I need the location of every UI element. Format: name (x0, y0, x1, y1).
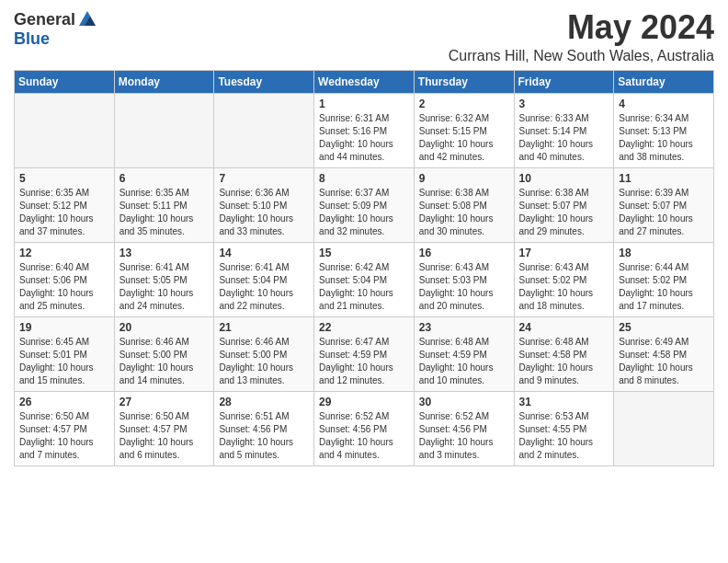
day-number: 3 (519, 98, 609, 110)
day-number: 19 (19, 321, 109, 334)
calendar-cell: 11Sunrise: 6:39 AM Sunset: 5:07 PM Dayli… (614, 167, 714, 242)
day-number: 5 (19, 172, 109, 185)
calendar-cell: 9Sunrise: 6:38 AM Sunset: 5:08 PM Daylig… (414, 167, 514, 242)
calendar-cell: 6Sunrise: 6:35 AM Sunset: 5:11 PM Daylig… (114, 167, 214, 242)
calendar-cell: 10Sunrise: 6:38 AM Sunset: 5:07 PM Dayli… (514, 167, 614, 242)
day-info: Sunrise: 6:40 AM Sunset: 5:06 PM Dayligh… (19, 261, 109, 313)
calendar-cell (614, 391, 714, 465)
day-info: Sunrise: 6:38 AM Sunset: 5:08 PM Dayligh… (419, 187, 509, 238)
col-monday: Monday (114, 70, 214, 93)
day-info: Sunrise: 6:33 AM Sunset: 5:14 PM Dayligh… (519, 112, 609, 164)
day-info: Sunrise: 6:53 AM Sunset: 4:55 PM Dayligh… (519, 410, 609, 462)
day-number: 24 (519, 321, 609, 334)
calendar-row-2: 12Sunrise: 6:40 AM Sunset: 5:06 PM Dayli… (15, 242, 714, 316)
col-thursday: Thursday (414, 70, 514, 93)
calendar-cell: 27Sunrise: 6:50 AM Sunset: 4:57 PM Dayli… (114, 391, 214, 465)
day-number: 12 (19, 247, 109, 259)
logo-icon (77, 9, 97, 29)
day-info: Sunrise: 6:49 AM Sunset: 4:58 PM Dayligh… (619, 336, 709, 387)
day-info: Sunrise: 6:43 AM Sunset: 5:03 PM Dayligh… (419, 261, 509, 313)
day-number: 8 (319, 172, 409, 185)
calendar-table: Sunday Monday Tuesday Wednesday Thursday… (14, 70, 714, 466)
title-block: May 2024 Currans Hill, New South Wales, … (449, 9, 714, 64)
day-number: 21 (219, 321, 309, 334)
day-number: 13 (119, 247, 210, 259)
col-sunday: Sunday (15, 70, 115, 93)
day-info: Sunrise: 6:39 AM Sunset: 5:07 PM Dayligh… (619, 187, 709, 238)
calendar-cell (114, 93, 214, 167)
day-number: 2 (419, 98, 509, 110)
calendar-cell: 17Sunrise: 6:43 AM Sunset: 5:02 PM Dayli… (514, 242, 614, 316)
day-number: 31 (519, 396, 609, 408)
day-number: 23 (419, 321, 509, 334)
calendar-cell: 5Sunrise: 6:35 AM Sunset: 5:12 PM Daylig… (15, 167, 115, 242)
col-wednesday: Wednesday (314, 70, 415, 93)
day-info: Sunrise: 6:41 AM Sunset: 5:04 PM Dayligh… (219, 261, 309, 313)
calendar-cell: 25Sunrise: 6:49 AM Sunset: 4:58 PM Dayli… (614, 316, 714, 391)
col-tuesday: Tuesday (214, 70, 314, 93)
day-info: Sunrise: 6:45 AM Sunset: 5:01 PM Dayligh… (19, 336, 109, 387)
day-info: Sunrise: 6:38 AM Sunset: 5:07 PM Dayligh… (519, 187, 609, 238)
day-number: 29 (319, 396, 409, 408)
day-info: Sunrise: 6:44 AM Sunset: 5:02 PM Dayligh… (619, 261, 709, 313)
calendar-cell: 12Sunrise: 6:40 AM Sunset: 5:06 PM Dayli… (15, 242, 115, 316)
day-number: 6 (119, 172, 210, 185)
day-info: Sunrise: 6:31 AM Sunset: 5:16 PM Dayligh… (319, 112, 409, 164)
day-number: 16 (419, 247, 509, 259)
calendar-header-row: Sunday Monday Tuesday Wednesday Thursday… (15, 70, 714, 93)
logo: General Blue (14, 9, 97, 49)
day-number: 11 (619, 172, 709, 185)
calendar-cell: 16Sunrise: 6:43 AM Sunset: 5:03 PM Dayli… (414, 242, 514, 316)
day-info: Sunrise: 6:52 AM Sunset: 4:56 PM Dayligh… (419, 410, 509, 462)
calendar-cell: 26Sunrise: 6:50 AM Sunset: 4:57 PM Dayli… (15, 391, 115, 465)
day-info: Sunrise: 6:41 AM Sunset: 5:05 PM Dayligh… (119, 261, 210, 313)
calendar-row-3: 19Sunrise: 6:45 AM Sunset: 5:01 PM Dayli… (15, 316, 714, 391)
calendar-row-0: 1Sunrise: 6:31 AM Sunset: 5:16 PM Daylig… (15, 93, 714, 167)
day-number: 27 (119, 396, 210, 408)
calendar-cell: 21Sunrise: 6:46 AM Sunset: 5:00 PM Dayli… (214, 316, 314, 391)
calendar-cell: 30Sunrise: 6:52 AM Sunset: 4:56 PM Dayli… (414, 391, 514, 465)
calendar-cell: 19Sunrise: 6:45 AM Sunset: 5:01 PM Dayli… (15, 316, 115, 391)
day-number: 22 (319, 321, 409, 334)
calendar-cell (214, 93, 314, 167)
day-info: Sunrise: 6:47 AM Sunset: 4:59 PM Dayligh… (319, 336, 409, 387)
day-info: Sunrise: 6:46 AM Sunset: 5:00 PM Dayligh… (219, 336, 309, 387)
calendar-cell: 8Sunrise: 6:37 AM Sunset: 5:09 PM Daylig… (314, 167, 415, 242)
day-number: 20 (119, 321, 210, 334)
day-number: 14 (219, 247, 309, 259)
day-info: Sunrise: 6:50 AM Sunset: 4:57 PM Dayligh… (19, 410, 109, 462)
day-info: Sunrise: 6:52 AM Sunset: 4:56 PM Dayligh… (319, 410, 409, 462)
calendar-cell: 2Sunrise: 6:32 AM Sunset: 5:15 PM Daylig… (414, 93, 514, 167)
main-title: May 2024 (449, 9, 714, 46)
day-info: Sunrise: 6:36 AM Sunset: 5:10 PM Dayligh… (219, 187, 309, 238)
calendar-cell: 3Sunrise: 6:33 AM Sunset: 5:14 PM Daylig… (514, 93, 614, 167)
day-info: Sunrise: 6:42 AM Sunset: 5:04 PM Dayligh… (319, 261, 409, 313)
subtitle: Currans Hill, New South Wales, Australia (449, 48, 714, 64)
calendar-cell: 14Sunrise: 6:41 AM Sunset: 5:04 PM Dayli… (214, 242, 314, 316)
calendar-cell: 1Sunrise: 6:31 AM Sunset: 5:16 PM Daylig… (314, 93, 415, 167)
logo-blue-text: Blue (14, 29, 50, 48)
day-number: 7 (219, 172, 309, 185)
calendar-cell (15, 93, 115, 167)
calendar-cell: 31Sunrise: 6:53 AM Sunset: 4:55 PM Dayli… (514, 391, 614, 465)
day-info: Sunrise: 6:34 AM Sunset: 5:13 PM Dayligh… (619, 112, 709, 164)
col-friday: Friday (514, 70, 614, 93)
day-info: Sunrise: 6:32 AM Sunset: 5:15 PM Dayligh… (419, 112, 509, 164)
day-number: 9 (419, 172, 509, 185)
day-info: Sunrise: 6:35 AM Sunset: 5:12 PM Dayligh… (19, 187, 109, 238)
page: General Blue May 2024 Currans Hill, New … (0, 0, 728, 476)
day-number: 26 (19, 396, 109, 408)
calendar-cell: 24Sunrise: 6:48 AM Sunset: 4:58 PM Dayli… (514, 316, 614, 391)
day-number: 10 (519, 172, 609, 185)
day-number: 30 (419, 396, 509, 408)
day-info: Sunrise: 6:48 AM Sunset: 4:58 PM Dayligh… (519, 336, 609, 387)
calendar-cell: 28Sunrise: 6:51 AM Sunset: 4:56 PM Dayli… (214, 391, 314, 465)
calendar-cell: 4Sunrise: 6:34 AM Sunset: 5:13 PM Daylig… (614, 93, 714, 167)
day-info: Sunrise: 6:37 AM Sunset: 5:09 PM Dayligh… (319, 187, 409, 238)
day-info: Sunrise: 6:48 AM Sunset: 4:59 PM Dayligh… (419, 336, 509, 387)
calendar-row-1: 5Sunrise: 6:35 AM Sunset: 5:12 PM Daylig… (15, 167, 714, 242)
header: General Blue May 2024 Currans Hill, New … (14, 9, 714, 64)
day-info: Sunrise: 6:51 AM Sunset: 4:56 PM Dayligh… (219, 410, 309, 462)
col-saturday: Saturday (614, 70, 714, 93)
day-number: 25 (619, 321, 709, 334)
